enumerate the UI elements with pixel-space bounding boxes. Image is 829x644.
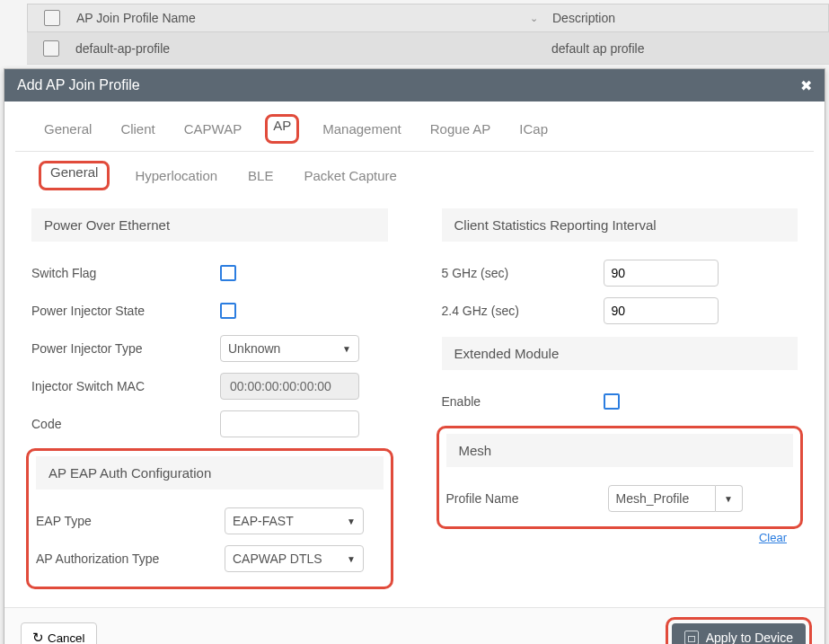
label-24ghz: 2.4 GHz (sec): [442, 304, 604, 318]
subtab-packet-capture[interactable]: Packet Capture: [302, 164, 398, 190]
tab-client[interactable]: Client: [119, 118, 156, 144]
row-ext-enable: Enable: [442, 383, 798, 420]
row-checkbox-cell: [27, 40, 75, 57]
header-name-label: AP Join Profile Name: [76, 11, 196, 25]
apply-button[interactable]: Apply to Device: [672, 623, 806, 644]
row-desc-cell: default ap profile: [551, 41, 829, 56]
row-24ghz: 2.4 GHz (sec): [442, 292, 798, 330]
modal-footer: ↻ Cancel Apply to Device: [4, 607, 825, 644]
auth-type-value: CAPWAP DTLS: [233, 551, 322, 566]
select-auth-type[interactable]: CAPWAP DTLS ▼: [225, 545, 364, 572]
mesh-profile-value: Mesh_Profile: [616, 491, 690, 506]
tab-capwap[interactable]: CAPWAP: [182, 118, 243, 144]
section-poe: Power Over Ethernet: [31, 208, 388, 242]
row-name-text: default-ap-profile: [75, 41, 170, 56]
header-col-desc[interactable]: Description: [552, 11, 828, 25]
row-mesh-profile: Profile Name Mesh_Profile ▼: [446, 480, 794, 517]
modal-body: Power Over Ethernet Switch Flag Power In…: [4, 199, 825, 607]
label-power-injector-type: Power Injector Type: [31, 341, 220, 356]
caret-down-icon: ▼: [342, 344, 351, 354]
label-injector-mac: Injector Switch MAC: [31, 379, 220, 393]
profiles-table-background: AP Join Profile Name ⌄ Description defau…: [0, 0, 829, 65]
label-mesh-profile: Profile Name: [446, 491, 608, 506]
row-injector-mac: Injector Switch MAC 00:00:00:00:00:00: [31, 367, 388, 405]
row-power-injector-state: Power Injector State: [31, 292, 388, 330]
close-icon[interactable]: ✖: [800, 77, 812, 94]
select-power-injector-type[interactable]: Unknown ▼: [220, 335, 359, 362]
sub-tabs: General Hyperlocation BLE Packet Capture: [15, 152, 814, 199]
section-extended-module: Extended Module: [442, 337, 798, 370]
label-switch-flag: Switch Flag: [31, 266, 220, 280]
right-column: Client Statistics Reporting Interval 5 G…: [442, 208, 798, 589]
save-icon: [684, 631, 699, 644]
power-injector-type-value: Unknown: [228, 341, 280, 356]
input-code[interactable]: [220, 410, 359, 437]
label-5ghz: 5 GHz (sec): [442, 266, 604, 280]
section-eap: AP EAP Auth Configuration: [36, 456, 384, 490]
row-power-injector-type: Power Injector Type Unknown ▼: [31, 330, 388, 367]
select-mesh-profile[interactable]: Mesh_Profile: [608, 485, 716, 512]
label-ext-enable: Enable: [442, 394, 604, 409]
input-5ghz[interactable]: [604, 260, 719, 287]
caret-down-icon: ▼: [347, 516, 356, 526]
row-eap-type: EAP Type EAP-FAST ▼: [36, 502, 384, 540]
checkbox-switch-flag[interactable]: [220, 265, 236, 281]
caret-down-icon: ▼: [347, 554, 356, 564]
tab-ap[interactable]: AP: [273, 118, 291, 133]
add-ap-join-profile-modal: Add AP Join Profile ✖ General Client CAP…: [4, 68, 825, 644]
clear-link[interactable]: Clear: [442, 531, 788, 544]
highlight-ap-tab: AP: [265, 114, 299, 144]
subtab-ble[interactable]: BLE: [246, 164, 275, 190]
label-power-injector-state: Power Injector State: [31, 304, 220, 318]
left-column: Power Over Ethernet Switch Flag Power In…: [31, 208, 388, 589]
label-auth-type: AP Authorization Type: [36, 551, 225, 566]
row-switch-flag: Switch Flag: [31, 254, 388, 292]
sort-chevron-icon[interactable]: ⌄: [530, 13, 538, 24]
label-code: Code: [31, 417, 220, 431]
row-name-cell: default-ap-profile: [75, 41, 551, 56]
header-checkbox-cell: [28, 10, 76, 26]
header-col-name[interactable]: AP Join Profile Name ⌄: [76, 11, 552, 25]
cancel-button[interactable]: ↻ Cancel: [21, 622, 97, 644]
highlight-eap-section: AP EAP Auth Configuration EAP Type EAP-F…: [26, 448, 393, 589]
section-stats: Client Statistics Reporting Interval: [442, 208, 798, 242]
caret-down-icon: ▼: [724, 494, 733, 504]
tab-general[interactable]: General: [42, 118, 93, 144]
modal-title: Add AP Join Profile: [17, 77, 140, 93]
highlight-apply-button: Apply to Device: [666, 617, 812, 644]
eap-type-value: EAP-FAST: [233, 514, 294, 528]
input-injector-mac[interactable]: 00:00:00:00:00:00: [220, 373, 359, 400]
table-row[interactable]: default-ap-profile default ap profile: [27, 32, 829, 65]
cancel-label: Cancel: [48, 631, 85, 645]
main-tabs: General Client CAPWAP AP Management Rogu…: [15, 101, 814, 152]
modal-header: Add AP Join Profile ✖: [4, 69, 825, 101]
tab-icap[interactable]: ICap: [517, 118, 550, 144]
section-mesh: Mesh: [446, 434, 794, 467]
input-24ghz[interactable]: [604, 297, 719, 324]
checkbox-power-injector-state[interactable]: [220, 303, 236, 319]
subtab-hyperlocation[interactable]: Hyperlocation: [133, 164, 219, 190]
select-all-checkbox[interactable]: [44, 10, 60, 26]
header-desc-label: Description: [552, 11, 615, 25]
highlight-general-subtab: General: [39, 161, 110, 190]
row-auth-type: AP Authorization Type CAPWAP DTLS ▼: [36, 540, 384, 578]
tab-management[interactable]: Management: [321, 118, 403, 144]
table-header-row: AP Join Profile Name ⌄ Description: [27, 4, 829, 32]
row-5ghz: 5 GHz (sec): [442, 254, 798, 292]
highlight-mesh-section: Mesh Profile Name Mesh_Profile ▼: [437, 426, 804, 529]
apply-label: Apply to Device: [706, 631, 793, 644]
row-desc-text: default ap profile: [551, 41, 645, 56]
label-eap-type: EAP Type: [36, 514, 225, 528]
row-code: Code: [31, 405, 388, 443]
select-eap-type[interactable]: EAP-FAST ▼: [225, 507, 364, 534]
checkbox-ext-enable[interactable]: [604, 393, 620, 410]
tab-rogue-ap[interactable]: Rogue AP: [428, 118, 493, 144]
mesh-profile-dropdown-btn[interactable]: ▼: [716, 485, 743, 512]
subtab-general[interactable]: General: [47, 163, 101, 181]
undo-icon: ↻: [32, 630, 44, 644]
row-checkbox[interactable]: [43, 40, 59, 57]
